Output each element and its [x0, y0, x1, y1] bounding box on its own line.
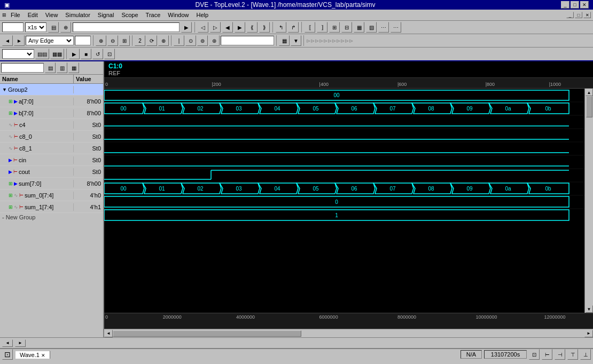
wave-tab[interactable]: Wave.1 ✕: [15, 351, 50, 359]
signal-search-input[interactable]: [1, 63, 44, 73]
tb1-btn17[interactable]: ⋯: [378, 22, 389, 33]
menu-edit[interactable]: Edit: [25, 11, 41, 19]
minimize-button[interactable]: _: [561, 1, 569, 9]
wave-vscrollbar[interactable]: ▲ ▼: [584, 89, 593, 313]
tb1-btn10[interactable]: ↱: [288, 22, 299, 33]
tb3-reset[interactable]: ↺: [92, 49, 103, 59]
tb2-btn6[interactable]: ⊚: [197, 35, 208, 46]
tb2-btn1[interactable]: 2: [135, 35, 145, 46]
signal-scroll-left[interactable]: ◄: [2, 339, 13, 347]
app-icon[interactable]: ⊞: [2, 12, 6, 18]
signal-search-btn2[interactable]: ▥: [57, 62, 67, 73]
tb1-btn6[interactable]: ▶: [235, 22, 245, 33]
signal-c8_1-row[interactable]: ∿ ⊢ c8_1 St0: [0, 143, 103, 154]
status-btn2[interactable]: ⊢: [542, 349, 552, 360]
signal-c8_0-row[interactable]: ∿ ⊢ c8_0 St0: [0, 131, 103, 143]
tb1-btn7[interactable]: ⟪: [247, 22, 258, 33]
hscroll-right-btn[interactable]: ►: [584, 330, 593, 337]
signal-b-row[interactable]: ⊞ ▶ b[7:0] 8'h00: [0, 107, 103, 119]
tb1-btn3[interactable]: ◁: [198, 22, 208, 33]
tb1-btn4[interactable]: ▷: [210, 22, 221, 33]
menu-scope[interactable]: Scope: [118, 11, 141, 19]
signal-search[interactable]: [73, 22, 180, 32]
tb2-zoom-in[interactable]: ⊕: [96, 35, 106, 46]
edge-value-input[interactable]: 1: [75, 36, 91, 45]
tb3-btn3[interactable]: ▶: [69, 49, 80, 59]
tb1-btn5[interactable]: ◀: [222, 22, 233, 33]
tb2-zoom-fit[interactable]: ⊞: [119, 35, 130, 46]
tb1-btn8[interactable]: ⟫: [259, 22, 270, 33]
tb2-input[interactable]: [221, 36, 274, 45]
tb1-btn16[interactable]: ▧: [366, 22, 377, 33]
tb3-btn4[interactable]: ■: [81, 49, 91, 59]
wave-tab-close[interactable]: ✕: [41, 353, 45, 358]
status-btn4[interactable]: ⊤: [567, 349, 578, 360]
menu-min-btn[interactable]: _: [566, 12, 574, 18]
tb3-btn1[interactable]: ▤▤: [35, 49, 49, 59]
console-icon-btn[interactable]: ⊡: [2, 349, 13, 360]
edge-select[interactable]: Any Edge: [26, 36, 74, 45]
signal-sum0-row[interactable]: ⊞ ∿ ⊢ sum_0[7:4] 4'h0: [0, 189, 103, 201]
tb1-btn11[interactable]: ⟦: [305, 22, 315, 33]
tb2-next[interactable]: ►: [14, 35, 25, 46]
menu-trace[interactable]: Trace: [143, 11, 164, 19]
signal-sum1-expand-icon[interactable]: ⊞: [9, 204, 13, 210]
tb2-grid[interactable]: ▦: [279, 35, 290, 46]
menu-signal[interactable]: Signal: [95, 11, 118, 19]
menu-simulator[interactable]: Simulator: [62, 11, 93, 19]
tb3-btn2[interactable]: ▦▦: [50, 49, 64, 59]
close-button[interactable]: ✕: [580, 1, 589, 9]
value-input[interactable]: 0: [2, 22, 24, 32]
signal-scroll-right[interactable]: ►: [15, 339, 26, 347]
tb1-btn15[interactable]: ▦: [354, 22, 364, 33]
tb2-btn5[interactable]: ⊙: [185, 35, 196, 46]
menu-help[interactable]: Help: [193, 11, 212, 19]
menu-file[interactable]: File: [7, 11, 24, 19]
vscroll-up-btn[interactable]: ▲: [586, 89, 593, 96]
signal-sum0-expand-icon[interactable]: ⊞: [9, 193, 13, 198]
signal-cin-row[interactable]: ▶ ⊢ cin St0: [0, 154, 103, 166]
tb1-btn18[interactable]: ⋯: [391, 22, 401, 33]
vscroll-down-btn[interactable]: ▼: [586, 305, 593, 313]
status-btn3[interactable]: ⊣: [555, 349, 565, 360]
wave-hscrollbar[interactable]: ◄ ►: [104, 329, 593, 337]
signal-sum1-row[interactable]: ⊞ ∿ ⊢ sum_1[7:4] 4'h1: [0, 201, 103, 213]
signal-search-btn1[interactable]: ▤: [45, 62, 56, 73]
tb1-btn14[interactable]: ⊟: [341, 22, 352, 33]
tb1-find[interactable]: ▶: [181, 22, 192, 33]
tb2-prev[interactable]: ◄: [2, 35, 13, 46]
menu-view[interactable]: View: [42, 11, 61, 19]
tb2-zoom-out[interactable]: ⊖: [107, 35, 118, 46]
signal-cout-row[interactable]: ▶ ⊢ cout St0: [0, 166, 103, 178]
group2-row[interactable]: ▼ Group2: [0, 84, 103, 96]
signal-a-row[interactable]: ⊞ ▶ a[7:0] 8'h00: [0, 96, 103, 107]
tb2-btn3[interactable]: ⊕: [158, 35, 169, 46]
menu-window[interactable]: Window: [165, 11, 192, 19]
tb2-btn7[interactable]: ⊛: [209, 35, 220, 46]
tb2-down[interactable]: ▼: [291, 35, 301, 46]
signal-a-expand-icon[interactable]: ⊞: [9, 99, 13, 104]
menu-close-btn[interactable]: ✕: [583, 12, 591, 18]
group2-expand[interactable]: ▼: [2, 87, 7, 92]
tb3-select1[interactable]: [2, 49, 34, 59]
signal-b-expand-icon[interactable]: ⊞: [9, 110, 13, 116]
tb3-step[interactable]: ⊡: [104, 49, 115, 59]
tb1-btn2[interactable]: ⊕: [60, 22, 71, 33]
hscroll-left-btn[interactable]: ◄: [104, 330, 113, 337]
tb1-btn12[interactable]: ⟧: [317, 22, 327, 33]
unit-select[interactable]: x1s: [25, 22, 46, 32]
vscroll-thumb[interactable]: [586, 96, 592, 117]
signal-sum-expand-icon[interactable]: ⊞: [9, 181, 13, 186]
tb2-btn4[interactable]: |: [174, 35, 184, 46]
tb1-btn13[interactable]: ⊞: [329, 22, 340, 33]
signal-c4-row[interactable]: ∿ ⊢ c4 St0: [0, 119, 103, 131]
tb1-btn9[interactable]: ↰: [276, 22, 286, 33]
menu-max-btn[interactable]: □: [575, 12, 582, 18]
tb2-btn2[interactable]: ⟳: [146, 35, 157, 46]
tb1-btn1[interactable]: ▤: [48, 22, 59, 33]
hscroll-thumb[interactable]: [113, 330, 301, 337]
maximize-button[interactable]: □: [571, 1, 579, 9]
signal-sum-row[interactable]: ⊞ ▶ sum[7:0] 8'h00: [0, 178, 103, 189]
status-btn1[interactable]: ⊡: [529, 349, 540, 360]
status-btn5[interactable]: ⊥: [580, 349, 591, 360]
